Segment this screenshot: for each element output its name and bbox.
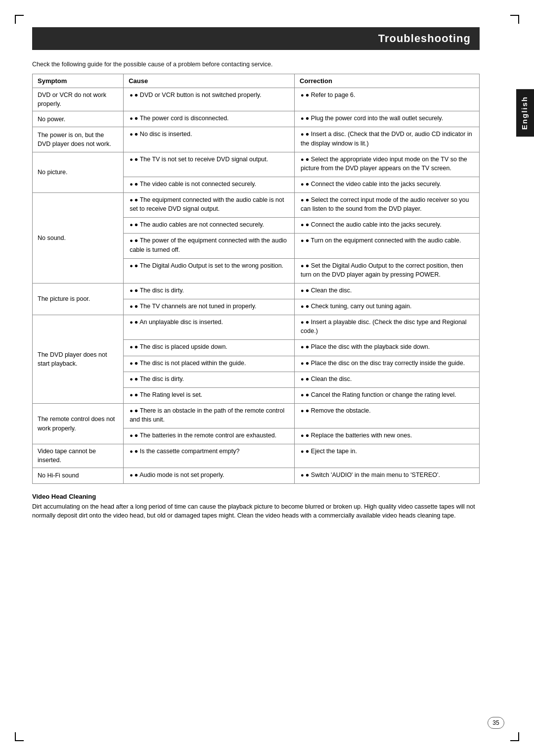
cause-cell: ● The TV is not set to receive DVD signa… <box>124 152 295 177</box>
cause-cell: ● There is an obstacle in the path of th… <box>124 403 295 428</box>
cause-bullet: ● The TV channels are not tuned in prope… <box>129 302 289 311</box>
correction-bullet: ● Remove the obstacle. <box>300 406 474 415</box>
cause-cell: ● DVD or VCR button is not switched prop… <box>124 88 295 111</box>
cause-cell: ● The video cable is not connected secur… <box>124 177 295 192</box>
table-row: The DVD player does not start playback.●… <box>33 315 480 340</box>
correction-bullet: ● Cancel the Rating function or change t… <box>300 390 474 399</box>
table-row: The picture is poor.● The disc is dirty.… <box>33 283 480 299</box>
table-row: No power.● The power cord is disconnecte… <box>33 111 480 127</box>
table-row: No sound.● The equipment connected with … <box>33 193 480 218</box>
correction-bullet: ● Eject the tape in. <box>300 447 474 456</box>
symptom-cell: The picture is poor. <box>33 283 124 315</box>
vhc-section: Video Head Cleaning Dirt accumulating on… <box>32 493 480 521</box>
correction-bullet: ● Insert a disc. (Check that the DVD or,… <box>300 130 474 147</box>
correction-cell: ● Set the Digital Audio Output to the co… <box>295 258 480 283</box>
correction-bullet: ● Replace the batteries with new ones. <box>300 431 474 440</box>
correction-bullet: ● Set the Digital Audio Output to the co… <box>300 261 474 279</box>
cause-bullet: ● An unplayable disc is inserted. <box>129 318 289 327</box>
correction-bullet: ● Refer to page 6. <box>300 91 474 99</box>
table-row: No picture.● The TV is not set to receiv… <box>33 152 480 177</box>
cause-cell: ● Audio mode is not set properly. <box>124 468 295 483</box>
cause-bullet: ● No disc is inserted. <box>129 130 289 139</box>
cause-bullet: ● The power cord is disconnected. <box>129 114 289 123</box>
correction-bullet: ● Switch 'AUDIO' in the main menu to 'ST… <box>300 471 474 479</box>
correction-bullet: ● Place the disc with the playback side … <box>300 342 474 351</box>
correction-cell: ● Select the correct input mode of the a… <box>295 193 480 218</box>
correction-cell: ● Replace the batteries with new ones. <box>295 428 480 444</box>
cause-bullet: ● There is an obstacle in the path of th… <box>129 406 289 424</box>
correction-cell: ● Plug the power cord into the wall outl… <box>295 111 480 127</box>
symptom-cell: No picture. <box>33 152 124 192</box>
correction-cell: ● Insert a disc. (Check that the DVD or,… <box>295 127 480 152</box>
correction-cell: ● Clean the disc. <box>295 372 480 387</box>
cause-bullet: ● The disc is not placed within the guid… <box>129 359 289 368</box>
correction-bullet: ● Connect the video cable into the jacks… <box>300 180 474 189</box>
cause-bullet: ● The equipment connected with the audio… <box>129 195 289 213</box>
correction-bullet: ● Plug the power cord into the wall outl… <box>300 114 474 123</box>
cause-cell: ● The equipment connected with the audio… <box>124 193 295 218</box>
cause-bullet: ● The Digital Audio Output is set to the… <box>129 261 289 270</box>
correction-bullet: ● Select the correct input mode of the a… <box>300 195 474 213</box>
cause-cell: ● The disc is dirty. <box>124 283 295 299</box>
cause-bullet: ● Audio mode is not set properly. <box>129 471 289 479</box>
correction-bullet: ● Turn on the equipment connected with t… <box>300 236 474 245</box>
intro-text: Check the following guide for the possib… <box>32 61 480 68</box>
correction-bullet: ● Check tuning, carry out tuning again. <box>300 302 474 311</box>
main-content: Troubleshooting Check the following guid… <box>32 27 499 520</box>
corner-mark-tr <box>510 15 519 24</box>
correction-cell: ● Turn on the equipment connected with t… <box>295 234 480 258</box>
symptom-cell: Video tape cannot be inserted. <box>33 444 124 468</box>
cause-cell: ● The disc is placed upside down. <box>124 340 295 356</box>
cause-bullet: ● The Rating level is set. <box>129 390 289 399</box>
correction-bullet: ● Select the appropriate video input mod… <box>300 155 474 173</box>
english-tab: English <box>516 89 534 137</box>
symptom-cell: No Hi-Fi sound <box>33 468 124 483</box>
cause-cell: ● The power cord is disconnected. <box>124 111 295 127</box>
correction-bullet: ● Place the disc on the disc tray correc… <box>300 359 474 368</box>
cause-cell: ● The disc is dirty. <box>124 372 295 387</box>
correction-cell: ● Refer to page 6. <box>295 88 480 111</box>
table-row: Video tape cannot be inserted.● Is the c… <box>33 444 480 468</box>
cause-cell: ● The power of the equipment connected w… <box>124 234 295 258</box>
cause-cell: ● Is the cassette compartment empty? <box>124 444 295 468</box>
correction-cell: ● Eject the tape in. <box>295 444 480 468</box>
cause-bullet: ● The power of the equipment connected w… <box>129 236 289 254</box>
symptom-cell: No sound. <box>33 193 124 284</box>
correction-cell: ● Cancel the Rating function or change t… <box>295 387 480 403</box>
cause-bullet: ● The disc is dirty. <box>129 286 289 295</box>
cause-bullet: ● The audio cables are not connected sec… <box>129 220 289 229</box>
correction-cell: ● Connect the video cable into the jacks… <box>295 177 480 192</box>
header-cause: Cause <box>124 74 295 88</box>
correction-bullet: ● Insert a playable disc. (Check the dis… <box>300 318 474 335</box>
vhc-title: Video Head Cleaning <box>32 493 480 500</box>
corner-mark-bl <box>15 732 24 741</box>
correction-bullet: ● Clean the disc. <box>300 286 474 295</box>
table-row: DVD or VCR do not work properly.● DVD or… <box>33 88 480 111</box>
vhc-text: Dirt accumulating on the head after a lo… <box>32 502 480 521</box>
cause-cell: ● The TV channels are not tuned in prope… <box>124 299 295 315</box>
cause-bullet: ● The video cable is not connected secur… <box>129 180 289 189</box>
correction-cell: ● Place the disc on the disc tray correc… <box>295 356 480 372</box>
cause-cell: ● The Digital Audio Output is set to the… <box>124 258 295 283</box>
corner-mark-tl <box>15 15 24 24</box>
cause-bullet: ● Is the cassette compartment empty? <box>129 447 289 456</box>
correction-cell: ● Insert a playable disc. (Check the dis… <box>295 315 480 340</box>
cause-bullet: ● The TV is not set to receive DVD signa… <box>129 155 289 164</box>
header-symptom: Symptom <box>33 74 124 88</box>
correction-cell: ● Clean the disc. <box>295 283 480 299</box>
page-number: 35 <box>488 717 504 729</box>
correction-cell: ● Connect the audio cable into the jacks… <box>295 218 480 234</box>
symptom-cell: DVD or VCR do not work properly. <box>33 88 124 111</box>
cause-cell: ● The disc is not placed within the guid… <box>124 356 295 372</box>
symptom-cell: The power is on, but the DVD player does… <box>33 127 124 152</box>
cause-cell: ● No disc is inserted. <box>124 127 295 152</box>
cause-cell: ● The batteries in the remote control ar… <box>124 428 295 444</box>
symptom-cell: The DVD player does not start playback. <box>33 315 124 404</box>
cause-bullet: ● The disc is placed upside down. <box>129 342 289 351</box>
symptom-cell: No power. <box>33 111 124 127</box>
table-row: The remote control does not work properl… <box>33 403 480 428</box>
correction-cell: ● Check tuning, carry out tuning again. <box>295 299 480 315</box>
correction-cell: ● Select the appropriate video input mod… <box>295 152 480 177</box>
correction-cell: ● Place the disc with the playback side … <box>295 340 480 356</box>
troubleshooting-table: Symptom Cause Correction DVD or VCR do n… <box>32 74 480 484</box>
